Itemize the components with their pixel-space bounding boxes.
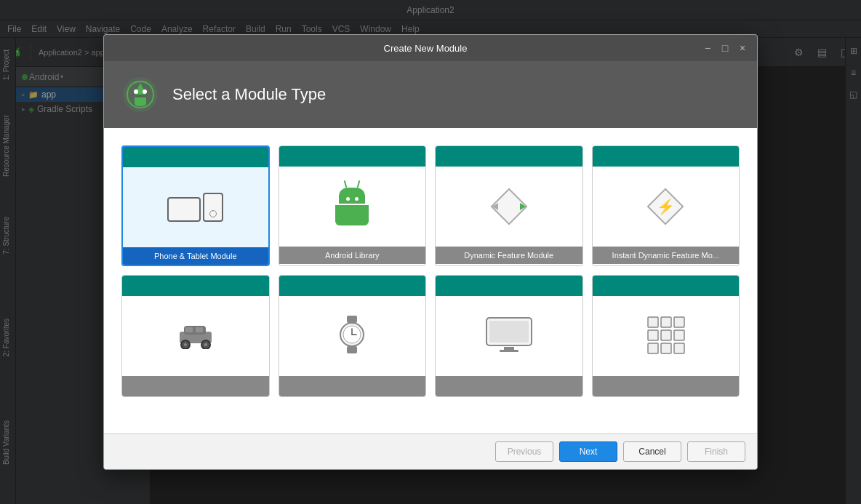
module-card-label-android-library: Android Library <box>279 247 426 264</box>
watch-icon <box>337 313 367 359</box>
card-top-tv <box>436 276 582 296</box>
svg-rect-32 <box>648 343 658 353</box>
svg-rect-17 <box>347 346 357 353</box>
modal-overlay: Create New Module − □ × Selec <box>0 0 861 504</box>
dialog-footer: Previous Next Cancel Finish <box>104 433 757 469</box>
cancel-button[interactable]: Cancel <box>623 441 681 462</box>
module-card-label-instant-dynamic: Instant Dynamic Feature Mo... <box>593 247 740 264</box>
module-card-automotive[interactable] <box>121 275 270 397</box>
module-card-label-automotive <box>122 376 269 396</box>
module-card-tv[interactable] <box>435 275 583 397</box>
dialog-header: Select a Module Type <box>104 61 757 128</box>
card-top-android-library <box>279 146 426 167</box>
android-robot-icon <box>335 188 369 225</box>
svg-rect-33 <box>661 343 671 353</box>
svg-rect-30 <box>661 330 671 340</box>
dialog-heading: Select a Module Type <box>172 85 326 104</box>
card-top-wear <box>279 276 426 296</box>
module-card-instant-dynamic[interactable]: ⚡ Instant Dynamic Feature Mo... <box>592 145 740 266</box>
svg-rect-28 <box>674 317 684 327</box>
next-button[interactable]: Next <box>559 441 617 462</box>
tablet-shape <box>167 197 201 222</box>
module-card-android-library[interactable]: Android Library <box>279 145 427 266</box>
module-card-phone-tablet[interactable]: Phone & Tablet Module <box>121 145 270 266</box>
svg-rect-24 <box>504 347 514 350</box>
robot-head <box>339 188 365 204</box>
dialog-controls: − □ × <box>702 42 748 54</box>
card-body-tv <box>436 296 582 376</box>
dialog-minimize-button[interactable]: − <box>702 42 713 54</box>
svg-rect-14 <box>185 327 193 332</box>
svg-point-13 <box>204 343 207 346</box>
svg-rect-26 <box>648 317 658 327</box>
antenna-left-icon <box>344 180 348 188</box>
module-card-label-dynamic-feature: Dynamic Feature Module <box>436 247 582 264</box>
svg-rect-15 <box>196 327 203 332</box>
tv-icon <box>484 315 534 357</box>
svg-rect-27 <box>661 317 671 327</box>
card-top-things <box>593 276 740 296</box>
svg-point-12 <box>184 343 187 346</box>
card-body-dynamic-feature <box>436 167 582 247</box>
module-card-dynamic-feature[interactable]: Dynamic Feature Module <box>435 145 583 266</box>
module-card-label-things <box>593 376 740 396</box>
phone-tablet-icon <box>167 193 223 222</box>
previous-button[interactable]: Previous <box>495 441 553 462</box>
svg-rect-25 <box>500 350 518 352</box>
robot-body <box>335 205 369 225</box>
svg-rect-16 <box>347 316 357 323</box>
svg-rect-23 <box>489 321 529 343</box>
card-top-instant-dynamic <box>593 146 740 167</box>
car-icon <box>174 320 217 352</box>
ide-window: Application2 File Edit View Navigate Cod… <box>0 0 861 504</box>
create-module-dialog: Create New Module − □ × Selec <box>103 34 758 470</box>
module-grid-icon <box>645 314 686 358</box>
dialog-titlebar: Create New Module − □ × <box>104 35 757 61</box>
diamond-arrow-left-icon <box>492 203 498 210</box>
dialog-content: Phone & Tablet Module <box>104 128 757 433</box>
antenna-right-icon <box>357 180 361 188</box>
svg-rect-29 <box>648 330 658 340</box>
module-card-label-phone-tablet: Phone & Tablet Module <box>123 247 268 265</box>
diamond-feature-icon <box>491 188 527 225</box>
module-card-label-tv <box>436 376 582 396</box>
svg-point-6 <box>134 89 138 94</box>
card-body-android-library <box>279 167 426 247</box>
phone-shape <box>203 193 223 222</box>
svg-rect-34 <box>674 343 684 353</box>
module-card-label-wear <box>279 376 426 396</box>
svg-rect-31 <box>674 330 684 340</box>
card-body-things <box>593 296 740 376</box>
robot-eye-left <box>346 197 350 201</box>
card-top-automotive <box>122 276 269 296</box>
bolt-icon: ⚡ <box>657 198 675 215</box>
card-top-phone-tablet <box>123 147 268 167</box>
robot-eye-right <box>355 197 359 201</box>
diamond-arrow-icon <box>520 203 526 210</box>
card-body-phone-tablet <box>123 167 268 247</box>
card-top-dynamic-feature <box>436 146 582 167</box>
module-grid: Phone & Tablet Module <box>116 140 745 403</box>
finish-button[interactable]: Finish <box>687 441 745 462</box>
android-studio-logo <box>121 76 159 113</box>
card-body-instant-dynamic: ⚡ <box>593 167 740 247</box>
card-body-automotive <box>122 296 269 376</box>
card-body-wear <box>279 296 426 376</box>
lightning-feature-icon: ⚡ <box>647 188 684 225</box>
svg-point-7 <box>143 89 147 94</box>
module-card-wear[interactable] <box>279 275 427 397</box>
dialog-maximize-button[interactable]: □ <box>719 42 731 54</box>
dialog-close-button[interactable]: × <box>737 42 748 54</box>
module-card-things[interactable] <box>592 275 740 397</box>
dialog-title: Create New Module <box>149 43 702 54</box>
